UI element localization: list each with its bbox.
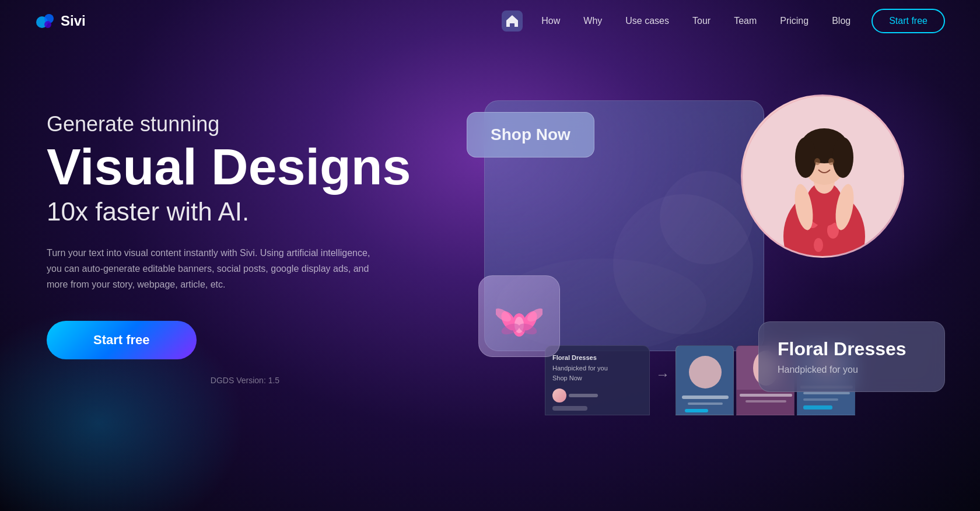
model-figure bbox=[743, 96, 904, 258]
svg-point-31 bbox=[689, 356, 722, 388]
model-photo-circle bbox=[741, 94, 904, 258]
svg-point-5 bbox=[660, 171, 753, 264]
svg-point-18 bbox=[814, 158, 820, 165]
brand-name: Sivi bbox=[61, 13, 86, 29]
hero-content: Generate stunning Visual Designs 10x fas… bbox=[47, 77, 443, 385]
mini-card-1-graphic bbox=[676, 346, 734, 415]
nav-tour[interactable]: Tour bbox=[683, 11, 720, 31]
home-icon[interactable] bbox=[502, 10, 523, 32]
navbar: Sivi How Why Use cases Tour Team Pricing… bbox=[0, 0, 980, 42]
svg-rect-38 bbox=[740, 394, 792, 397]
hero-subtitle: Generate stunning bbox=[47, 112, 443, 136]
logo[interactable]: Sivi bbox=[35, 10, 86, 32]
preview-input-line1: Floral Dresses bbox=[552, 353, 642, 363]
hero-preview: Shop Now bbox=[467, 65, 933, 415]
preview-output-card-1 bbox=[676, 345, 734, 415]
hero-start-free-button[interactable]: Start free bbox=[47, 321, 197, 359]
hero-version: DGDS Version: 1.5 bbox=[47, 376, 443, 385]
preview-arrow-icon: → bbox=[650, 366, 676, 383]
svg-rect-44 bbox=[803, 392, 850, 394]
shop-now-label: Shop Now bbox=[491, 125, 570, 144]
logo-icon bbox=[35, 10, 56, 32]
lotus-icon-card bbox=[478, 275, 560, 357]
svg-rect-34 bbox=[685, 409, 708, 412]
svg-rect-45 bbox=[803, 398, 838, 401]
nav-use-cases[interactable]: Use cases bbox=[616, 11, 678, 31]
shop-now-card[interactable]: Shop Now bbox=[467, 112, 594, 158]
svg-rect-39 bbox=[746, 400, 786, 402]
svg-rect-33 bbox=[688, 402, 723, 405]
svg-point-17 bbox=[832, 137, 853, 178]
svg-point-16 bbox=[795, 137, 816, 178]
nav-how[interactable]: How bbox=[532, 11, 569, 31]
floral-card-title: Floral Dresses bbox=[778, 338, 926, 360]
floral-dresses-card: Floral Dresses Handpicked for you bbox=[758, 321, 945, 392]
nav-team[interactable]: Team bbox=[724, 11, 766, 31]
nav-why[interactable]: Why bbox=[574, 11, 611, 31]
svg-point-19 bbox=[828, 158, 834, 165]
nav-start-free-button[interactable]: Start free bbox=[872, 9, 945, 33]
hero-tagline: 10x faster with AI. bbox=[47, 197, 443, 226]
svg-point-11 bbox=[814, 238, 823, 252]
nav-links: How Why Use cases Tour Team Pricing Blog… bbox=[502, 9, 945, 33]
preview-input-line2: Handpicked for you bbox=[552, 363, 642, 374]
nav-pricing[interactable]: Pricing bbox=[771, 11, 818, 31]
preview-input-line3: Shop Now bbox=[552, 373, 642, 384]
floral-card-subtitle: Handpicked for you bbox=[778, 365, 926, 375]
hero-title: Visual Designs bbox=[47, 141, 443, 192]
svg-rect-32 bbox=[682, 396, 729, 399]
hero-description: Turn your text into visual content insta… bbox=[47, 245, 385, 293]
preview-input-card: Floral Dresses Handpicked for you Shop N… bbox=[545, 345, 650, 415]
svg-point-2 bbox=[44, 21, 51, 28]
hero-section: Generate stunning Visual Designs 10x fas… bbox=[0, 42, 980, 511]
nav-blog[interactable]: Blog bbox=[822, 11, 860, 31]
lotus-icon bbox=[496, 293, 542, 340]
svg-rect-46 bbox=[803, 405, 832, 410]
